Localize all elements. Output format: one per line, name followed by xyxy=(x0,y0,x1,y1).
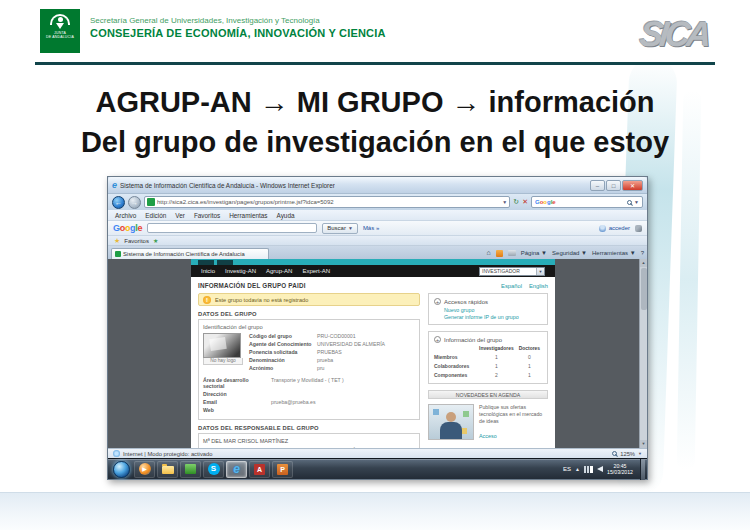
search-box[interactable]: Google ▼ xyxy=(531,196,643,208)
slide-title-line2: Del grupo de investigación en el que est… xyxy=(0,122,750,162)
field-value xyxy=(271,391,415,397)
google-search-button[interactable]: Buscar ▼ xyxy=(322,223,358,234)
warning-banner: ! Este grupo todavía no está registrado xyxy=(198,293,420,306)
status-text: Internet | Modo protegido: activado xyxy=(123,451,212,457)
nuevo-grupo-link[interactable]: Nuevo grupo xyxy=(444,307,542,313)
menu-herramientas[interactable]: Herramientas xyxy=(229,212,267,219)
role-dropdown-icon[interactable]: ▼ xyxy=(536,268,544,275)
search-icon[interactable] xyxy=(627,200,632,205)
responsable-panel: Mª DEL MAR CRISOL MARTÍNEZ Cargo Académi… xyxy=(198,433,420,448)
favorites-label[interactable]: Favoritos xyxy=(124,238,149,244)
header-divider xyxy=(35,62,715,65)
field-label: Denominación xyxy=(249,357,317,363)
lang-english-link[interactable]: English xyxy=(529,283,548,289)
forward-button[interactable]: → xyxy=(128,196,141,209)
role-select[interactable]: INVESTIGADOR ▼ xyxy=(479,267,545,276)
windows-taskbar: ▶ S e A P ES ▲ 20:45 15/03/2012 xyxy=(108,458,647,479)
promo-text: Publique sus ofertas tecnológicas en el … xyxy=(479,404,548,424)
back-button[interactable]: ← xyxy=(112,196,125,209)
pagina-menu[interactable]: Página ▼ xyxy=(521,250,547,256)
tab-favicon xyxy=(115,251,121,257)
menu-ayuda[interactable]: Ayuda xyxy=(277,212,295,219)
table-row: Componentes 2 1 xyxy=(434,370,542,379)
scrollbar-thumb[interactable] xyxy=(641,268,647,310)
nav-investig-an[interactable]: Investig-AN xyxy=(225,268,256,274)
bottom-decoration-band xyxy=(0,492,750,530)
menu-favoritos[interactable]: Favoritos xyxy=(194,212,220,219)
stop-button[interactable]: ✕ xyxy=(522,198,528,206)
accesos-rapidos-title: Accesos rápidos xyxy=(444,299,488,305)
nav-agrup-an[interactable]: Agrup-AN xyxy=(266,268,292,274)
add-favorite-icon[interactable]: ★ xyxy=(153,237,158,244)
presentation-slide: JUNTA DE ANDALUCÍA Secretaría General de… xyxy=(0,0,750,530)
browser-tab[interactable]: Sistema de Información Científica de And… xyxy=(111,248,269,259)
lang-espanol-link[interactable]: Español xyxy=(501,283,522,289)
acceso-link[interactable]: Acceso xyxy=(479,433,497,439)
page-tab[interactable] xyxy=(198,260,214,265)
promo-photo xyxy=(428,404,474,440)
home-icon[interactable]: ⌂ xyxy=(487,249,491,257)
nav-expert-an[interactable]: Expert-AN xyxy=(302,268,330,274)
minimize-button[interactable]: – xyxy=(590,180,605,191)
tab-row: Sistema de Información Científica de And… xyxy=(108,246,647,259)
skype-icon[interactable]: S xyxy=(203,461,224,478)
google-toolbar: Google Buscar ▼ Más » acceder xyxy=(108,221,647,236)
powerpoint-icon[interactable]: P xyxy=(272,461,293,478)
field-label: Dirección xyxy=(203,391,271,397)
field-value: PRUEBAS xyxy=(317,349,415,355)
help-menu[interactable]: ? xyxy=(641,250,644,256)
zoom-level: 125% xyxy=(620,451,635,457)
vertical-scrollbar[interactable]: ▲ ▼ xyxy=(639,259,647,448)
responsable-heading: DATOS DEL RESPONSABLE DEL GRUPO xyxy=(198,425,420,431)
menu-archivo[interactable]: Archivo xyxy=(115,212,136,219)
identificacion-panel: Identificación del grupo No hay logo Cód… xyxy=(198,319,420,420)
zoom-control[interactable]: 125% ▼ xyxy=(612,451,642,457)
generar-informe-link[interactable]: Generar informe IP de un grupo xyxy=(444,314,542,320)
language-indicator[interactable]: ES xyxy=(563,466,571,472)
window-titlebar[interactable]: e Sistema de Información Científica de A… xyxy=(108,177,647,194)
taskbar-clock[interactable]: 20:45 15/03/2012 xyxy=(607,463,633,475)
internet-explorer-icon[interactable]: e xyxy=(226,461,247,478)
favorites-star-icon[interactable]: ★ xyxy=(114,237,120,244)
network-icon[interactable] xyxy=(584,466,593,473)
scroll-up-icon[interactable]: ▲ xyxy=(640,259,647,267)
google-search-input[interactable] xyxy=(147,223,317,233)
sica-logo: SICA xyxy=(638,14,710,54)
green-app-icon[interactable] xyxy=(180,461,201,478)
show-desktop-button[interactable] xyxy=(640,459,645,480)
department-line: Secretaría General de Universidades, Inv… xyxy=(90,16,386,25)
volume-icon[interactable] xyxy=(597,466,603,472)
warning-icon: ! xyxy=(203,296,211,304)
nav-inicio[interactable]: Inicio xyxy=(201,268,215,274)
field-value: pru xyxy=(317,365,415,371)
feeds-icon[interactable] xyxy=(496,250,503,257)
explorer-folder-icon[interactable] xyxy=(157,461,178,478)
search-dropdown-icon[interactable]: ▼ xyxy=(634,199,639,205)
page-tab[interactable] xyxy=(217,260,233,265)
sica-page-content: Inicio Investig-AN Agrup-AN Expert-AN IN… xyxy=(191,259,555,448)
menu-ver[interactable]: Ver xyxy=(175,212,185,219)
close-button[interactable]: ✕ xyxy=(622,180,643,191)
print-icon[interactable] xyxy=(508,250,516,256)
url-dropdown-icon[interactable]: ▼ xyxy=(502,199,507,205)
google-signin[interactable]: acceder xyxy=(599,225,630,232)
herramientas-menu[interactable]: Herramientas ▼ xyxy=(592,250,636,256)
responsable-name: Mª DEL MAR CRISOL MARTÍNEZ xyxy=(203,438,415,444)
scroll-down-icon[interactable]: ▼ xyxy=(640,440,647,448)
hidden-icons-icon[interactable]: ▲ xyxy=(575,466,580,472)
google-more-link[interactable]: Más » xyxy=(363,225,379,231)
url-field[interactable]: http://sica2.cica.es/investigan/pages/gr… xyxy=(144,196,510,208)
site-nav: Inicio Investig-AN Agrup-AN Expert-AN IN… xyxy=(191,265,555,277)
maximize-button[interactable]: □ xyxy=(606,180,621,191)
start-button[interactable] xyxy=(113,461,130,478)
refresh-button[interactable]: ↻ xyxy=(513,198,519,206)
organization-line: CONSEJERÍA DE ECONOMÍA, INNOVACIÓN Y CIE… xyxy=(90,27,386,39)
zoom-dropdown-icon[interactable]: ▼ xyxy=(638,451,642,456)
media-player-icon[interactable]: ▶ xyxy=(134,461,155,478)
adobe-reader-icon[interactable]: A xyxy=(249,461,270,478)
seguridad-menu[interactable]: Seguridad ▼ xyxy=(552,250,587,256)
search-provider-label: Google xyxy=(535,199,625,205)
clock-date: 15/03/2012 xyxy=(607,469,633,475)
menu-edicion[interactable]: Edición xyxy=(145,212,166,219)
wrench-icon[interactable] xyxy=(635,225,642,232)
